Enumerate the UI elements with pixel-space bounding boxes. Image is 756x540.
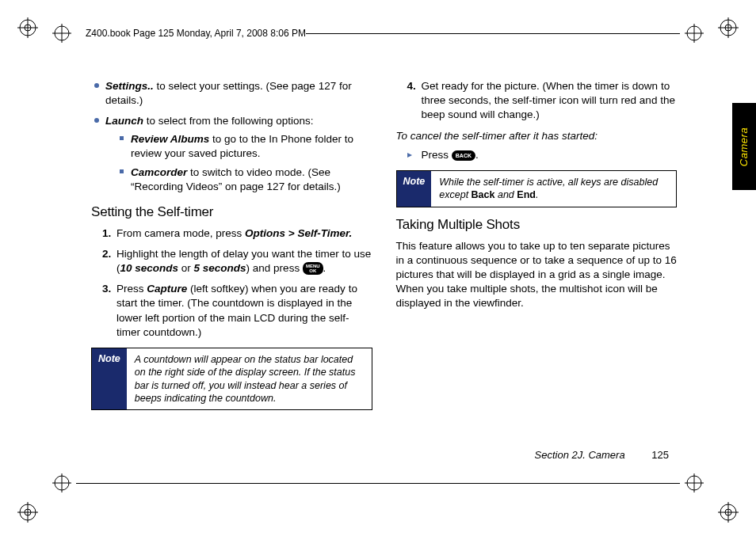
- heading-self-timer: Setting the Self-timer: [91, 204, 372, 220]
- header-book-info: Z400.book Page 125 Monday, April 7, 2008…: [86, 28, 306, 39]
- self-timer-steps-cont: Get ready for the picture. (When the tim…: [407, 79, 678, 123]
- step-text: ) and press: [246, 262, 303, 274]
- page-body: Settings.. to select your settings. (See…: [91, 79, 677, 445]
- note-body: A countdown will appear on the status ba…: [127, 348, 372, 409]
- option-name: Camcorder: [131, 166, 187, 178]
- list-item: Camcorder to switch to video mode. (See …: [120, 165, 372, 194]
- option-text: to select from the following options:: [143, 115, 314, 127]
- registration-mark-icon: [718, 502, 739, 523]
- heading-multiple-shots: Taking Multiple Shots: [396, 217, 678, 233]
- crosshair-icon: [52, 24, 71, 43]
- param: 5 seconds: [194, 262, 246, 274]
- step-item: Highlight the length of delay you want t…: [102, 247, 372, 276]
- step-text: Get ready for the picture. (When the tim…: [422, 80, 675, 120]
- list-item: Settings.. to select your settings. (See…: [94, 79, 372, 108]
- page-footer: Section 2J. Camera 125: [535, 449, 670, 461]
- self-timer-steps: From camera mode, press Options > Self-T…: [102, 226, 372, 340]
- note-label: Note: [92, 348, 127, 409]
- step-item: Get ready for the picture. (When the tim…: [407, 79, 678, 123]
- right-column: Get ready for the picture. (When the tim…: [396, 79, 678, 445]
- list-item: Review Albums to go to the In Phone fold…: [120, 132, 372, 161]
- crosshair-icon: [685, 24, 704, 43]
- footer-section: Section 2J. Camera: [535, 449, 625, 461]
- step-text: .: [323, 262, 326, 274]
- step-text: .: [475, 149, 479, 161]
- softkey-name: Capture: [147, 283, 187, 295]
- back-key-icon: BACK: [452, 150, 475, 161]
- registration-mark-icon: [17, 502, 38, 523]
- multi-shots-paragraph: This feature allows you to take up to te…: [396, 239, 678, 311]
- option-name: Launch: [105, 115, 143, 127]
- ui-path: Options > Self-Timer.: [245, 227, 352, 239]
- list-item: Launch to select from the following opti…: [94, 114, 372, 194]
- list-item: Press BACK.: [407, 148, 678, 162]
- footer-rule: [48, 473, 708, 492]
- note-label: Note: [397, 171, 432, 207]
- registration-mark-icon: [718, 17, 739, 38]
- step-text: or: [178, 262, 194, 274]
- step-item: Press Capture (left softkey) when you ar…: [102, 282, 372, 340]
- section-tab-label: Camera: [739, 127, 750, 165]
- page-number: 125: [651, 449, 669, 461]
- crosshair-icon: [52, 473, 71, 492]
- crosshair-icon: [685, 473, 704, 492]
- step-text: Press: [116, 283, 147, 295]
- option-name: Settings..: [105, 80, 154, 92]
- step-text: From camera mode, press: [116, 227, 245, 239]
- step-item: From camera mode, press Options > Self-T…: [102, 226, 372, 241]
- header-rule: Z400.book Page 125 Monday, April 7, 2008…: [48, 24, 708, 43]
- left-column: Settings.. to select your settings. (See…: [91, 79, 372, 445]
- note-box: Note A countdown will appear on the stat…: [91, 348, 372, 410]
- note-box: Note While the self-timer is active, all…: [396, 170, 678, 207]
- param: 10 seconds: [120, 262, 179, 274]
- option-name: Review Albums: [131, 133, 209, 145]
- sub-options-list: Review Albums to go to the In Phone fold…: [120, 132, 372, 195]
- note-body: While the self-timer is active, all keys…: [431, 171, 676, 207]
- cancel-heading: To cancel the self-timer after it has st…: [396, 129, 678, 143]
- options-list: Settings.. to select your settings. (See…: [94, 79, 372, 195]
- registration-mark-icon: [17, 17, 38, 38]
- section-tab: Camera: [732, 103, 756, 190]
- step-text: Press: [422, 149, 452, 161]
- menu-ok-key-icon: MENUOK: [303, 262, 323, 275]
- cancel-steps: Press BACK.: [407, 148, 678, 162]
